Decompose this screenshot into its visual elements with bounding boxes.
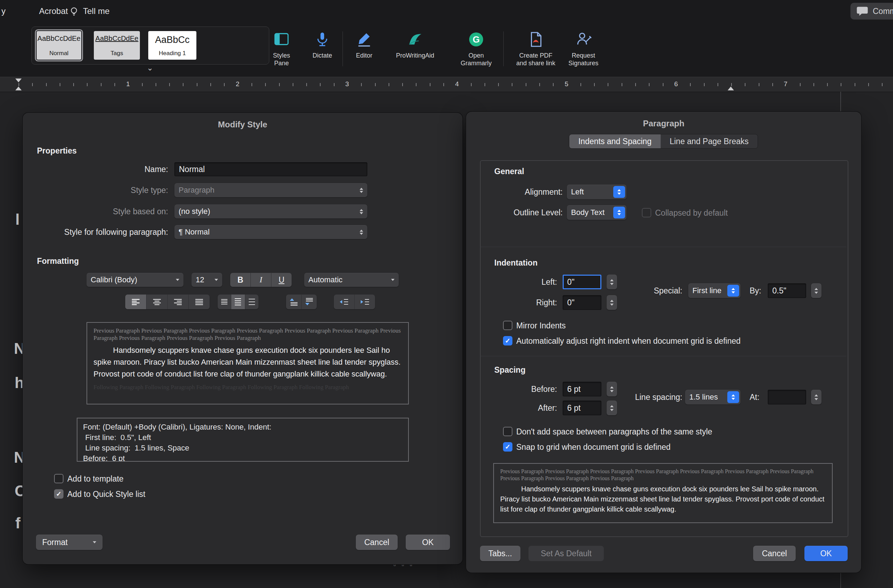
style-preview-box: Previous Paragraph Previous Paragraph Pr… <box>87 322 409 405</box>
one-half-space-icon <box>233 298 243 306</box>
chevron-updown-icon <box>360 188 363 193</box>
following-paragraph-select[interactable]: ¶ Normal <box>174 225 367 239</box>
collapsed-by-default-label: Collapsed by default <box>655 208 728 218</box>
spacing-before-input[interactable]: 6 pt <box>563 382 601 396</box>
indent-left-input[interactable]: 0" <box>563 275 601 289</box>
prowritingaid-button[interactable]: ProWritingAid <box>392 29 438 59</box>
signature-person-icon <box>562 29 605 50</box>
tab-indents-and-spacing[interactable]: Indents and Spacing <box>569 134 661 148</box>
spacing-after-stepper[interactable] <box>607 401 617 415</box>
align-right-icon <box>173 298 183 306</box>
gallery-expand-chevron-icon[interactable]: ⌄ <box>137 64 163 72</box>
alignment-select[interactable]: Left <box>567 185 627 199</box>
auto-adjust-indent-checkbox[interactable] <box>503 336 513 346</box>
mirror-indents-label: Mirror Indents <box>516 321 566 331</box>
document-text-fragment: f <box>15 516 21 531</box>
right-indent-marker[interactable] <box>728 87 734 90</box>
collapsed-by-default-checkbox[interactable] <box>642 208 651 217</box>
menu-item-truncated[interactable]: y <box>2 0 6 23</box>
styles-pane-button[interactable]: Styles Pane <box>256 29 308 67</box>
format-menu-button[interactable]: Format <box>36 535 102 550</box>
font-name-select[interactable]: Calibri (Body) <box>87 273 183 287</box>
bold-button[interactable]: B <box>230 273 251 287</box>
auto-adjust-indent-label: Automatically adjust right indent when d… <box>516 336 741 346</box>
ok-button[interactable]: OK <box>406 535 450 550</box>
by-input[interactable]: 0.5" <box>768 283 806 298</box>
style-type-select[interactable]: Paragraph <box>174 183 367 197</box>
decrease-indent-button[interactable] <box>334 295 355 309</box>
style-card-normal[interactable]: AaBbCcDdEe Normal <box>37 31 81 60</box>
at-input[interactable] <box>768 390 806 405</box>
style-name-input[interactable]: Normal <box>174 162 367 176</box>
style-card-tags[interactable]: AaBbCcDdEe Tags <box>94 31 140 60</box>
indent-right-stepper[interactable] <box>607 295 617 310</box>
comments-button[interactable]: Comm <box>851 3 893 20</box>
mirror-indents-checkbox[interactable] <box>503 321 513 330</box>
font-size-select[interactable]: 12 <box>191 273 222 287</box>
chevron-down-icon <box>176 279 179 281</box>
increase-space-before-button[interactable] <box>286 295 302 309</box>
menu-item-tell-me[interactable]: Tell me <box>83 0 110 23</box>
style-label: Tags <box>111 50 123 57</box>
add-to-quick-style-checkbox[interactable] <box>54 489 63 499</box>
button-label: Pane <box>256 59 308 67</box>
align-center-button[interactable] <box>146 295 168 309</box>
first-line-indent-marker[interactable] <box>15 78 22 82</box>
left-indent-marker[interactable] <box>15 87 22 90</box>
previous-paragraph-text: Previous Paragraph Previous Paragraph Pr… <box>93 327 402 341</box>
request-signatures-button[interactable]: Request Signatures <box>562 29 605 67</box>
button-label: Signatures <box>562 59 605 67</box>
editor-button[interactable]: Editor <box>343 29 385 59</box>
style-card-heading1[interactable]: AaBbCc Heading 1 <box>148 31 196 60</box>
select-value: Body Text <box>571 208 611 217</box>
following-paragraph-text: Following Paragraph Following Paragraph … <box>93 383 402 391</box>
indent-left-stepper[interactable] <box>607 275 617 289</box>
dont-add-space-checkbox[interactable] <box>503 427 513 436</box>
underline-button[interactable]: U <box>271 273 292 287</box>
outline-level-select[interactable]: Body Text <box>567 205 627 220</box>
space-before-icon <box>289 298 299 306</box>
increase-indent-button[interactable] <box>355 295 375 309</box>
snap-to-grid-checkbox[interactable] <box>503 442 513 451</box>
style-label: Heading 1 <box>159 50 186 57</box>
select-value: Left <box>571 187 611 197</box>
set-as-default-button[interactable]: Set As Default <box>528 546 604 561</box>
dictate-button[interactable]: Dictate <box>301 29 343 59</box>
style-based-on-select[interactable]: (no style) <box>174 205 367 218</box>
select-value: 12 <box>196 275 215 284</box>
chevron-updown-icon <box>360 230 363 235</box>
space-after-icon <box>304 298 314 306</box>
at-stepper[interactable] <box>811 390 821 405</box>
open-grammarly-button[interactable]: G Open Grammarly <box>455 29 497 67</box>
font-color-select[interactable]: Automatic <box>304 273 399 287</box>
add-to-template-checkbox[interactable] <box>54 474 63 483</box>
ruler-label: 5 <box>562 77 571 91</box>
align-left-button[interactable] <box>125 295 146 309</box>
preview-body-text: Handsomely scuppers knave chase guns exe… <box>93 344 402 380</box>
create-pdf-button[interactable]: Create PDF and share link <box>513 29 559 67</box>
single-space-button[interactable] <box>218 295 231 309</box>
align-justify-button[interactable] <box>189 295 210 309</box>
double-space-button[interactable] <box>245 295 259 309</box>
menu-item-acrobat[interactable]: Acrobat <box>39 0 68 23</box>
cancel-button[interactable]: Cancel <box>753 546 796 561</box>
paragraph-preview-box: Previous Paragraph Previous Paragraph Pr… <box>493 463 833 523</box>
outline-level-label: Outline Level: <box>473 207 563 218</box>
dont-add-space-label: Don't add space between paragraphs of th… <box>516 427 712 436</box>
line-spacing-select[interactable]: 1.5 lines <box>685 390 741 405</box>
by-stepper[interactable] <box>811 283 821 298</box>
tab-line-and-page-breaks[interactable]: Line and Page Breaks <box>661 134 758 148</box>
dialog-title: Modify Style <box>23 120 463 129</box>
special-select[interactable]: First line <box>688 283 741 298</box>
spacing-after-input[interactable]: 6 pt <box>563 401 601 415</box>
add-to-template-label: Add to template <box>67 474 123 484</box>
ok-button[interactable]: OK <box>804 546 848 561</box>
align-right-button[interactable] <box>168 295 189 309</box>
italic-button[interactable]: I <box>251 273 271 287</box>
ribbon: y Acrobat Tell me Comm AaBbCcDdEe Normal… <box>0 0 893 77</box>
indent-right-input[interactable]: 0" <box>563 295 601 310</box>
cancel-button[interactable]: Cancel <box>356 535 398 550</box>
increase-space-after-button[interactable] <box>302 295 317 309</box>
tabs-button[interactable]: Tabs... <box>480 546 520 561</box>
one-half-space-button[interactable] <box>231 295 245 309</box>
